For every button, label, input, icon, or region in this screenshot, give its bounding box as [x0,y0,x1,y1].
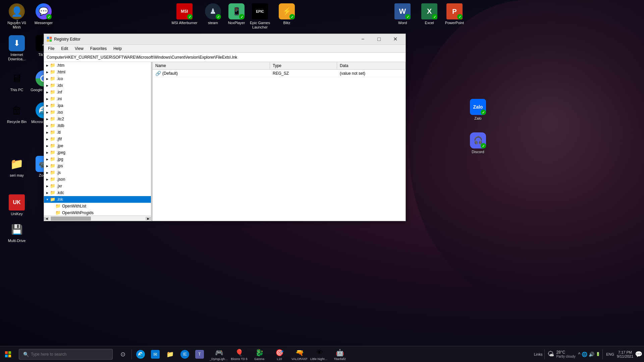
taskbar-app-dying-light[interactable]: 🎮_DyingLight - LND Game ... [210,347,228,362]
taskbar-app-l10[interactable]: 🎯L10 [270,347,289,362]
address-bar[interactable]: Computer\HKEY_CURRENT_USER\SOFTWARE\Micr… [44,53,406,62]
minimize-button[interactable]: − [355,34,371,45]
tree-item-label: .itdb [57,123,64,128]
folder-icon: 📁 [50,163,55,169]
tree-item[interactable]: ▶📁.jxr [44,183,151,189]
tree-item-label: .ini [57,97,62,101]
desktop-icon-internet-download[interactable]: ⬇ Internet Downloa... [3,35,30,61]
clock[interactable]: 7:17 PM 9/11/2021 [617,350,633,358]
tree-item[interactable]: ▶📁.ico [44,75,151,82]
tree-arrow-icon: ▶ [45,104,49,108]
close-button[interactable]: ✕ [387,34,403,45]
tree-item[interactable]: ▶📁.htm [44,62,151,69]
tree-content[interactable]: ▶📁.htm▶📁.html▶📁.ico▶📁.idx▶📁.inf▶📁.ini▶📁.… [44,62,151,216]
notification-button[interactable]: 💬 [633,349,644,360]
tree-item[interactable]: ▶📁.jfif [44,136,151,142]
tree-item[interactable]: ▶📁.js [44,169,151,176]
speaker-icon[interactable]: 🔊 [589,352,594,357]
taskbar-edge-button[interactable]: 🌊 [133,347,148,362]
check-icon: ✓ [289,14,295,19]
taskbar-app-little-nightmares[interactable]: 👁Little Nightmares II [310,347,329,362]
tree-item[interactable]: ▶📁.jpg [44,156,151,163]
menu-file[interactable]: File [45,46,57,52]
window-titlebar[interactable]: Registry Editor − □ ✕ [44,34,406,45]
tree-item[interactable]: ▶📁.jpeg [44,149,151,156]
cortana-button[interactable]: ⊙ [115,347,130,362]
weather-widget[interactable]: 🌤 28°C Partly cloudy [545,350,578,358]
taskbar-app-bloons-td6[interactable]: 🎈Bloons TD 6 [230,347,249,362]
expand-tray-icon[interactable]: ^ [578,352,581,357]
zalo-icon: Zalo ✓ [470,99,486,115]
search-input[interactable] [31,352,108,357]
desktop-icon-messenger[interactable]: 💬 ✓ Messenger [30,3,57,25]
discord-label: Discord [472,150,484,154]
desktop-icon-steam[interactable]: ♟ ✓ steam [200,3,226,25]
tree-item[interactable]: ▶📁.iso [44,109,151,116]
scrollbar-thumb[interactable] [51,217,91,221]
tree-item[interactable]: ▶📁.itl [44,129,151,136]
taskbar-teams-button[interactable]: T [192,347,207,362]
desktop-icon-this-pc[interactable]: 🖥 This PC [3,70,30,92]
taskbar-app-garena[interactable]: 🐉Garena [250,347,269,362]
dying-light-icon: 🎮 [214,348,224,357]
desktop-icon-zalo[interactable]: Zalo ✓ Zalo [465,99,491,121]
tree-item[interactable]: ▼📁.lnk [44,196,151,203]
tree-item[interactable]: ▶📁.jps [44,163,151,169]
menu-help[interactable]: Help [111,46,124,52]
tree-item[interactable]: ▶📁.html [44,69,151,75]
tree-item[interactable]: ▶📁.ipa [44,102,151,109]
desktop-icon-multi-drive[interactable]: 💾 Multi-Drive [3,221,30,243]
desktop-icon-seri-may[interactable]: 📁 seri may [3,156,30,178]
language-indicator[interactable]: ENG [605,352,615,356]
column-type-header[interactable]: Type [270,62,337,69]
horizontal-scrollbar[interactable]: ◀ ▶ [44,216,151,221]
desktop-icon-excel[interactable]: X ✓ Excel [416,3,443,25]
tree-item[interactable]: ▶📁.itc2 [44,116,151,122]
folder-icon: 📁 [50,89,55,95]
desktop-icon-msi[interactable]: MSI ✓ MSI Afterburner [171,3,198,25]
valorant-icon: 🔫 [295,348,304,357]
battery-icon[interactable]: 🔋 [596,352,600,356]
desktop-icon-discord[interactable]: 🎧 ✓ Discord [465,132,491,154]
start-button[interactable] [0,346,16,362]
desktop-icon-nguyen[interactable]: 👤 Nguyễn Vũ Minh [3,3,30,29]
tree-item[interactable]: ▶📁.kdc [44,189,151,196]
taskbar-app-titanfall2[interactable]: 🤖Titanfall2 [330,347,349,362]
svg-rect-0 [47,37,49,39]
desktop-icon-noxplayer[interactable]: 📱 ✓ NoxPlayer [223,3,250,25]
taskbar-explorer-button[interactable]: 📁 [163,347,177,362]
tree-item[interactable]: ▶📁.ini [44,96,151,102]
tree-item-label: .idx [57,83,63,88]
search-bar[interactable]: 🔍 [19,349,113,360]
data-row-default[interactable]: 🔗 (Default) REG_SZ (value not set) [153,70,406,77]
desktop-icon-recycle-bin[interactable]: 🗑 Recycle Bin [3,102,30,124]
menu-view[interactable]: View [72,46,86,52]
tree-arrow-icon: ▶ [45,184,49,188]
column-name-header[interactable]: Name [153,62,270,69]
desktop-icon-blitz[interactable]: ⚡ ✓ Blitz [273,3,300,25]
desktop-icon-unikey[interactable]: UK UniKey [3,194,30,216]
tree-item[interactable]: 📁OpenWithList [44,203,151,209]
column-data-header[interactable]: Data [337,62,406,69]
desktop-icon-powerpoint[interactable]: P ✓ PowerPoint [441,3,468,25]
svg-rect-5 [8,351,11,354]
tree-item[interactable]: ▶📁.json [44,176,151,183]
network-icon[interactable]: 🌐 [582,352,587,357]
maximize-button[interactable]: □ [371,34,387,45]
tree-panel: ▶📁.htm▶📁.html▶📁.ico▶📁.idx▶📁.inf▶📁.ini▶📁.… [44,62,151,221]
desktop-icon-epic[interactable]: EPIC Epic Games Launcher [247,3,273,29]
tree-item[interactable]: ▶📁.inf [44,89,151,96]
taskbar-mail-button[interactable]: ✉ [148,347,163,362]
taskbar-app-valorant[interactable]: 🔫VALORANT [290,347,309,362]
folder-icon: 📁 [50,116,55,122]
desktop-icon-word[interactable]: W ✓ Word [389,3,416,25]
registry-editor-window: Registry Editor − □ ✕ File Edit View Fav… [44,34,406,221]
menu-favorites[interactable]: Favorites [88,46,109,52]
menu-edit[interactable]: Edit [58,46,71,52]
tree-item[interactable]: ▶📁.jpe [44,142,151,149]
tree-item[interactable]: 📁OpenWithProgids [44,209,151,216]
tree-item[interactable]: ▶📁.idx [44,82,151,89]
blitz-label: Blitz [283,21,290,25]
tree-item[interactable]: ▶📁.itdb [44,122,151,129]
taskbar-edge2-button[interactable]: IE [177,347,192,362]
